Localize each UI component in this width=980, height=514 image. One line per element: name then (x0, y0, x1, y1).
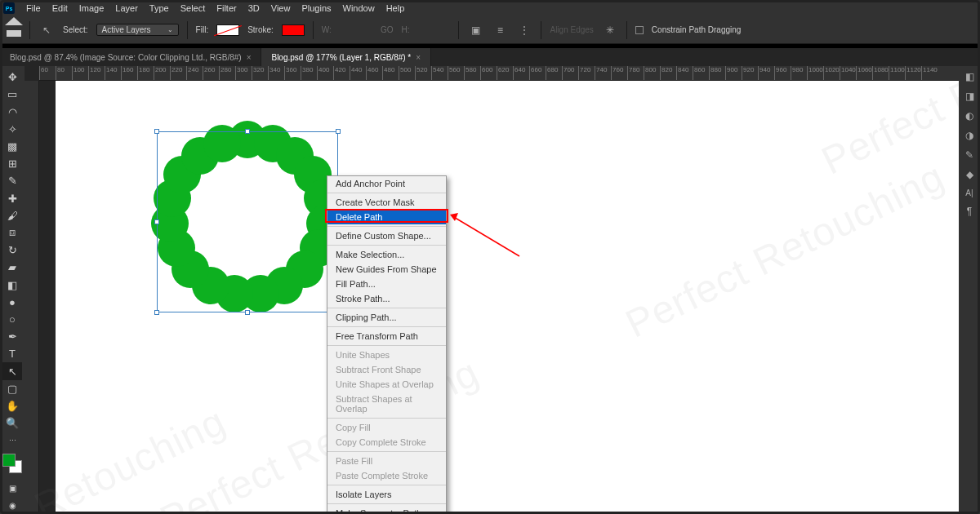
menu-item[interactable]: Make Symmetry Path (327, 506, 446, 514)
menu-edit[interactable]: Edit (47, 2, 74, 15)
menu-item[interactable]: Stroke Path... (327, 291, 446, 306)
app-window: Ps FileEditImageLayerTypeSelectFilter3DV… (0, 0, 980, 514)
screen-mode-icon[interactable]: ▣ (2, 479, 22, 496)
history-brush-icon[interactable]: ↻ (2, 241, 22, 259)
home-icon[interactable] (7, 24, 21, 37)
collapsed-panels: ◧ ◨ ◐ ◑ ✎ ◆ A| ¶ (959, 66, 980, 514)
menu-item[interactable]: Free Transform Path (327, 329, 446, 343)
wand-tool-icon[interactable]: ✧ (2, 121, 22, 138)
quickmask-icon[interactable]: ◉ (2, 497, 22, 514)
ps-logo: Ps (3, 2, 15, 14)
pen-tool-icon[interactable]: ✒ (2, 328, 22, 345)
close-icon[interactable]: × (416, 53, 421, 62)
gradient-tool-icon[interactable]: ◧ (2, 276, 22, 293)
menu-item[interactable]: Define Custom Shape... (327, 228, 446, 243)
menu-select[interactable]: Select (175, 2, 212, 15)
path-selection-tool-icon[interactable]: ↖ (2, 362, 22, 379)
menu-view[interactable]: View (265, 2, 296, 15)
fill-label: Fill: (196, 25, 209, 34)
fill-swatch[interactable] (216, 24, 239, 36)
go-label: GO (381, 25, 394, 34)
color-swatches[interactable] (2, 454, 22, 476)
close-icon[interactable]: × (247, 53, 252, 62)
panel-icon[interactable]: ◆ (966, 169, 973, 180)
path-ops-icon[interactable]: ▣ (467, 22, 483, 38)
stamp-tool-icon[interactable]: ⧈ (2, 224, 22, 241)
brush-tool-icon[interactable]: 🖌 (2, 207, 22, 224)
butterfly-icon[interactable]: ✳ (602, 22, 618, 38)
menu-item: Copy Fill (327, 420, 446, 435)
canvas-area: 6080100120140160180200220240260280300320… (24, 66, 959, 514)
lasso-tool-icon[interactable]: ◠ (2, 103, 22, 120)
panel-icon[interactable]: ✎ (965, 149, 973, 161)
menu-image[interactable]: Image (74, 2, 110, 15)
stroke-swatch[interactable] (282, 24, 305, 36)
tab-0[interactable]: Blog.psd @ 87.4% (Image Source: Color Cl… (0, 48, 261, 66)
shape-tool-icon[interactable]: ▢ (2, 380, 22, 397)
eyedropper-tool-icon[interactable]: ✎ (2, 172, 22, 189)
panel-icon[interactable]: ◨ (965, 91, 974, 102)
menu-item[interactable]: Isolate Layers (327, 487, 446, 502)
menu-item[interactable]: Clipping Path... (327, 310, 446, 325)
watermark: Perfect Retouching (815, 66, 959, 184)
text-panel-icon[interactable]: A| (965, 188, 973, 197)
menu-item[interactable]: Fill Path... (327, 277, 446, 291)
constrain-label: Constrain Path Dragging (652, 25, 742, 34)
edit-toolbar-icon[interactable]: ⋯ (2, 432, 22, 449)
menu-item[interactable]: Create Vector Mask (327, 195, 446, 210)
options-bar: ↖ Select: Active Layers Fill: Stroke: W:… (0, 16, 980, 44)
menu-item: Subtract Front Shape (327, 362, 446, 377)
constrain-checkbox[interactable] (635, 26, 644, 34)
menu-item[interactable]: Make Selection... (327, 247, 446, 262)
select-label: Select: (63, 25, 88, 34)
eraser-tool-icon[interactable]: ▰ (2, 259, 22, 276)
menu-type[interactable]: Type (144, 2, 175, 15)
artboard: Perfect Retouching Perfect Retouching Pe… (56, 81, 959, 514)
menu-item[interactable]: Delete Path (327, 210, 446, 224)
menu-item: Subtract Shapes at Overlap (327, 392, 446, 416)
tools-panel: ✥ ▭ ◠ ✧ ▩ ⊞ ✎ ✚ 🖌 ⧈ ↻ ▰ ◧ ● ○ ✒ T ↖ ▢ ✋ … (0, 66, 24, 514)
h-label: H: (401, 25, 409, 34)
menu-layer[interactable]: Layer (109, 2, 144, 15)
w-label: W: (322, 25, 332, 34)
transform-bounds[interactable] (157, 131, 338, 312)
document-tabs: Blog.psd @ 87.4% (Image Source: Color Cl… (0, 48, 980, 66)
menu-item[interactable]: New Guides From Shape (327, 262, 446, 277)
align-icon[interactable]: ≡ (492, 22, 508, 38)
panel-icon[interactable]: ◑ (965, 130, 973, 141)
ruler-horizontal[interactable]: 6080100120140160180200220240260280300320… (39, 66, 959, 81)
align-edges-label: Align Edges (550, 25, 593, 34)
arrange-icon[interactable]: ⋮ (516, 22, 532, 38)
menu-help[interactable]: Help (381, 2, 411, 15)
ruler-vertical[interactable] (24, 81, 39, 514)
heal-tool-icon[interactable]: ✚ (2, 189, 22, 206)
menu-file[interactable]: File (20, 2, 47, 15)
tab-1[interactable]: Blog.psd @ 177% (Layer 1, RGB/8#) *× (261, 48, 431, 66)
panel-icon[interactable]: ◐ (965, 110, 973, 122)
frame-tool-icon[interactable]: ⊞ (2, 155, 22, 172)
move-tool-icon[interactable]: ✥ (2, 69, 22, 86)
paragraph-panel-icon[interactable]: ¶ (967, 206, 972, 217)
menu-filter[interactable]: Filter (211, 2, 242, 15)
menu-item[interactable]: Add Anchor Point (327, 176, 446, 191)
panel-icon[interactable]: ◧ (965, 71, 974, 82)
dodge-tool-icon[interactable]: ○ (2, 311, 22, 328)
select-dropdown[interactable]: Active Layers (96, 24, 179, 36)
menu-window[interactable]: Window (337, 2, 381, 15)
menu-3d[interactable]: 3D (243, 2, 265, 15)
context-menu: Add Anchor PointCreate Vector MaskDelete… (327, 175, 447, 514)
menu-plugins[interactable]: Plugins (296, 2, 336, 15)
canvas[interactable]: Perfect Retouching Perfect Retouching Pe… (39, 81, 959, 514)
type-tool-icon[interactable]: T (2, 345, 22, 362)
watermark: Perfect Retouching (24, 398, 233, 514)
menu-item: Unite Shapes at Overlap (327, 377, 446, 392)
zoom-tool-icon[interactable]: 🔍 (2, 414, 22, 432)
marquee-tool-icon[interactable]: ▭ (2, 86, 22, 103)
hand-tool-icon[interactable]: ✋ (2, 397, 22, 414)
crop-tool-icon[interactable]: ▩ (2, 138, 22, 155)
blur-tool-icon[interactable]: ● (2, 294, 22, 311)
menubar: Ps FileEditImageLayerTypeSelectFilter3DV… (0, 0, 980, 16)
menu-item: Paste Complete Stroke (327, 468, 446, 483)
watermark: Perfect Retouching (619, 153, 951, 346)
direct-selection-tool-icon[interactable]: ↖ (38, 22, 55, 38)
